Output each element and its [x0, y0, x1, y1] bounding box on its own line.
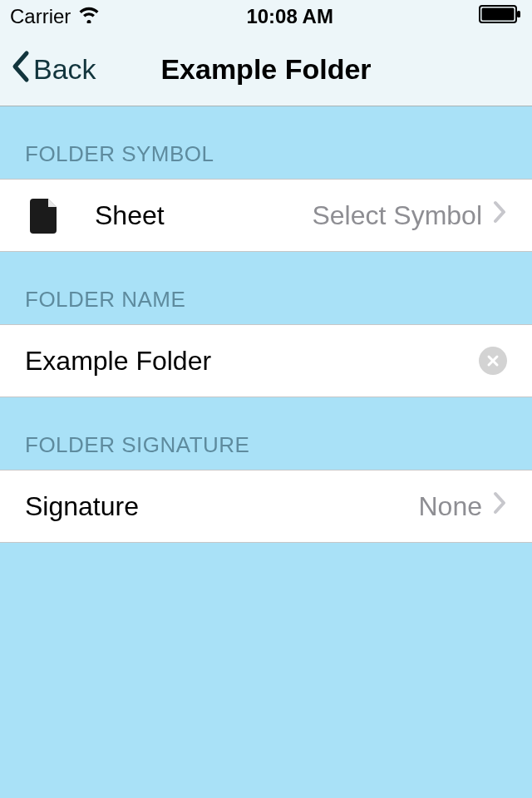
section-header-signature: FOLDER SIGNATURE: [0, 397, 532, 470]
carrier-label: Carrier: [10, 5, 71, 28]
folder-name-row: [0, 324, 532, 397]
status-bar: Carrier 10:08 AM: [0, 0, 532, 33]
chevron-left-icon: [10, 50, 30, 90]
status-right: [479, 5, 522, 28]
symbol-name-label: Sheet: [95, 200, 165, 231]
chevron-right-icon: [492, 200, 507, 231]
signature-value: None: [419, 491, 483, 522]
signature-row[interactable]: Signature None: [0, 470, 532, 543]
svg-rect-2: [517, 11, 520, 17]
wifi-icon: [77, 5, 101, 28]
status-left: Carrier: [10, 5, 101, 28]
chevron-right-icon: [492, 490, 507, 522]
content: FOLDER SYMBOL Sheet Select Symbol FOLDER…: [0, 106, 532, 798]
section-header-symbol: FOLDER SYMBOL: [0, 106, 532, 179]
nav-bar: Back Example Folder: [0, 33, 532, 106]
close-icon: [486, 354, 500, 367]
signature-label: Signature: [25, 491, 139, 522]
sheet-icon: [25, 195, 65, 235]
clear-button[interactable]: [479, 347, 507, 375]
back-label: Back: [33, 53, 96, 86]
status-time: 10:08 AM: [246, 5, 332, 28]
folder-name-input[interactable]: [25, 346, 479, 377]
back-button[interactable]: Back: [10, 50, 96, 90]
symbol-action-label: Select Symbol: [312, 200, 482, 231]
symbol-row[interactable]: Sheet Select Symbol: [0, 179, 532, 252]
section-header-name: FOLDER NAME: [0, 252, 532, 324]
battery-icon: [479, 5, 522, 28]
svg-rect-1: [481, 8, 514, 21]
